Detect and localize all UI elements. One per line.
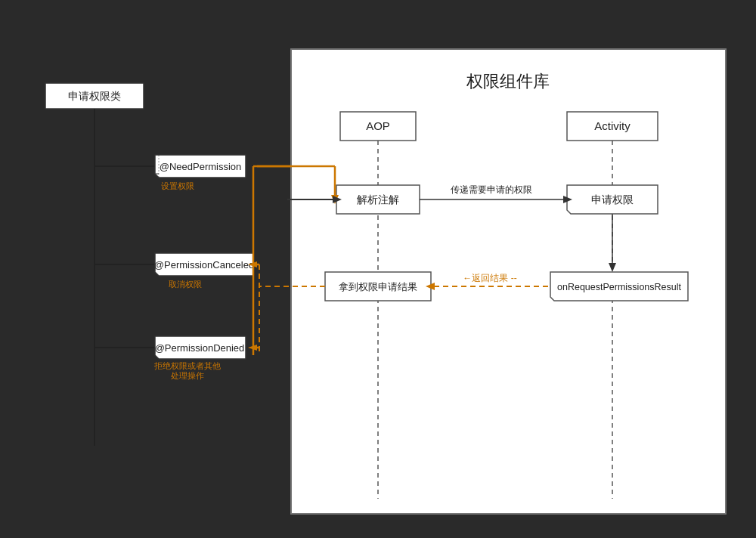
label-jujue2: 处理操作 bbox=[171, 371, 204, 380]
label-chuandi: 传递需要申请的权限 bbox=[451, 184, 532, 195]
label-PermissionDenied: @PermissionDenied bbox=[155, 342, 245, 354]
label-fanhuijieguo: ←返回结果 -- bbox=[463, 273, 516, 283]
label-quxiao: 取消权限 bbox=[169, 280, 202, 289]
main-svg: 申请权限类 @NeedPermission 设置权限 @PermissionCa… bbox=[23, 23, 733, 521]
label-NeedPermission: @NeedPermission bbox=[160, 161, 242, 172]
label-onRequest: onRequestPermissionsResult bbox=[557, 282, 681, 292]
panel-title: 权限组件库 bbox=[466, 72, 550, 91]
label-shezhi: 设置权限 bbox=[161, 181, 194, 190]
label-shenqingquanxian: 申请权限 bbox=[591, 193, 634, 206]
label-jujue1: 拒绝权限或者其他 bbox=[153, 361, 221, 370]
label-jiexizhujie: 解析注解 bbox=[357, 193, 399, 206]
diagram-container: 申请权限类 @NeedPermission 设置权限 @PermissionCa… bbox=[23, 23, 733, 515]
label-PermissionCanceled: @PermissionCanceled bbox=[154, 259, 254, 271]
label-nadao: 拿到权限申请结果 bbox=[339, 281, 417, 292]
label-AOP: AOP bbox=[366, 119, 390, 132]
label-申请权限类: 申请权限类 bbox=[68, 90, 121, 102]
label-Activity: Activity bbox=[594, 119, 631, 132]
